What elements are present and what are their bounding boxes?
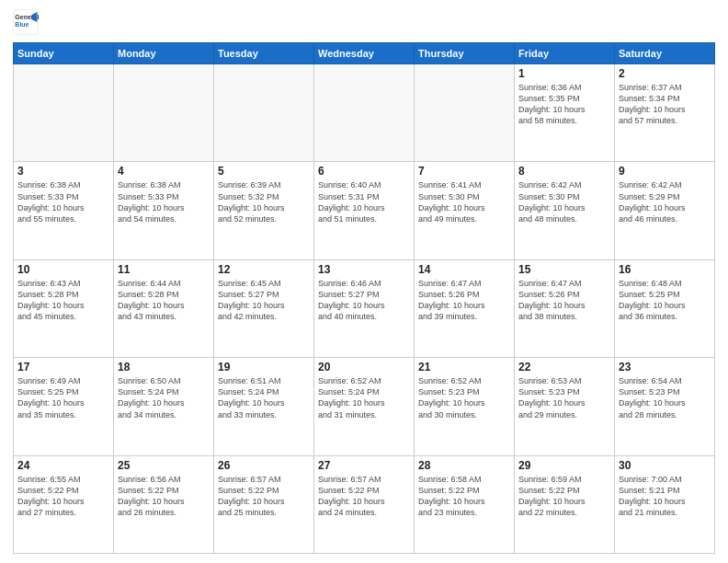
weekday-monday: Monday (114, 43, 214, 64)
cell-info: Sunrise: 6:44 AM Sunset: 5:28 PM Dayligh… (118, 278, 210, 323)
calendar-cell: 7Sunrise: 6:41 AM Sunset: 5:30 PM Daylig… (415, 162, 515, 259)
weekday-thursday: Thursday (415, 43, 515, 64)
weekday-sunday: Sunday (14, 43, 114, 64)
calendar-cell (14, 64, 114, 162)
day-number: 4 (118, 165, 210, 178)
cell-info: Sunrise: 6:49 AM Sunset: 5:25 PM Dayligh… (17, 375, 109, 420)
calendar-cell: 2Sunrise: 6:37 AM Sunset: 5:34 PM Daylig… (615, 64, 715, 162)
cell-info: Sunrise: 6:40 AM Sunset: 5:31 PM Dayligh… (318, 179, 410, 224)
header: General Blue (13, 9, 715, 35)
calendar-table: SundayMondayTuesdayWednesdayThursdayFrid… (13, 42, 715, 554)
calendar-cell (415, 64, 515, 162)
cell-info: Sunrise: 6:52 AM Sunset: 5:24 PM Dayligh… (318, 375, 410, 420)
calendar-cell: 4Sunrise: 6:38 AM Sunset: 5:33 PM Daylig… (114, 162, 214, 259)
day-number: 26 (218, 459, 310, 472)
cell-info: Sunrise: 6:52 AM Sunset: 5:23 PM Dayligh… (418, 375, 510, 420)
cell-info: Sunrise: 6:42 AM Sunset: 5:29 PM Dayligh… (619, 179, 711, 224)
day-number: 6 (318, 165, 410, 178)
calendar-cell: 24Sunrise: 6:55 AM Sunset: 5:22 PM Dayli… (14, 455, 114, 553)
day-number: 29 (518, 459, 610, 472)
calendar-cell: 14Sunrise: 6:47 AM Sunset: 5:26 PM Dayli… (415, 259, 515, 357)
day-number: 2 (619, 67, 711, 80)
cell-info: Sunrise: 6:53 AM Sunset: 5:23 PM Dayligh… (518, 375, 610, 420)
cell-info: Sunrise: 6:38 AM Sunset: 5:33 PM Dayligh… (118, 179, 210, 224)
cell-info: Sunrise: 6:46 AM Sunset: 5:27 PM Dayligh… (318, 278, 410, 323)
calendar-cell: 6Sunrise: 6:40 AM Sunset: 5:31 PM Daylig… (314, 162, 415, 259)
week-row-2: 10Sunrise: 6:43 AM Sunset: 5:28 PM Dayli… (14, 259, 715, 357)
calendar-cell: 27Sunrise: 6:57 AM Sunset: 5:22 PM Dayli… (314, 455, 415, 553)
day-number: 16 (619, 263, 711, 276)
calendar-cell: 21Sunrise: 6:52 AM Sunset: 5:23 PM Dayli… (415, 358, 515, 455)
cell-info: Sunrise: 6:47 AM Sunset: 5:26 PM Dayligh… (418, 278, 510, 323)
calendar-cell (214, 64, 314, 162)
calendar-cell: 19Sunrise: 6:51 AM Sunset: 5:24 PM Dayli… (214, 358, 314, 455)
day-number: 30 (619, 459, 711, 472)
calendar-cell: 28Sunrise: 6:58 AM Sunset: 5:22 PM Dayli… (415, 455, 515, 553)
calendar-cell: 17Sunrise: 6:49 AM Sunset: 5:25 PM Dayli… (14, 358, 114, 455)
calendar-cell (114, 64, 214, 162)
cell-info: Sunrise: 6:54 AM Sunset: 5:23 PM Dayligh… (619, 375, 711, 420)
day-number: 3 (17, 165, 109, 178)
calendar-cell: 3Sunrise: 6:38 AM Sunset: 5:33 PM Daylig… (14, 162, 114, 259)
calendar-cell: 23Sunrise: 6:54 AM Sunset: 5:23 PM Dayli… (615, 358, 715, 455)
calendar-cell: 5Sunrise: 6:39 AM Sunset: 5:32 PM Daylig… (214, 162, 314, 259)
day-number: 25 (118, 459, 210, 472)
day-number: 20 (318, 361, 410, 373)
calendar-cell: 30Sunrise: 7:00 AM Sunset: 5:21 PM Dayli… (615, 455, 715, 553)
calendar-cell: 15Sunrise: 6:47 AM Sunset: 5:26 PM Dayli… (515, 259, 615, 357)
day-number: 7 (418, 165, 510, 178)
day-number: 12 (218, 263, 310, 276)
week-row-4: 24Sunrise: 6:55 AM Sunset: 5:22 PM Dayli… (14, 455, 715, 553)
calendar-cell: 20Sunrise: 6:52 AM Sunset: 5:24 PM Dayli… (314, 358, 415, 455)
cell-info: Sunrise: 6:51 AM Sunset: 5:24 PM Dayligh… (218, 375, 310, 420)
calendar-cell: 1Sunrise: 6:36 AM Sunset: 5:35 PM Daylig… (515, 64, 615, 162)
day-number: 24 (17, 459, 109, 472)
logo: General Blue (13, 9, 39, 35)
weekday-saturday: Saturday (615, 43, 715, 64)
logo-icon: General Blue (13, 9, 39, 35)
day-number: 8 (518, 165, 610, 178)
calendar-cell: 12Sunrise: 6:45 AM Sunset: 5:27 PM Dayli… (214, 259, 314, 357)
cell-info: Sunrise: 6:47 AM Sunset: 5:26 PM Dayligh… (518, 278, 610, 323)
cell-info: Sunrise: 6:37 AM Sunset: 5:34 PM Dayligh… (619, 82, 711, 127)
day-number: 13 (318, 263, 410, 276)
day-number: 22 (518, 361, 610, 373)
cell-info: Sunrise: 6:58 AM Sunset: 5:22 PM Dayligh… (418, 474, 510, 519)
day-number: 23 (619, 361, 711, 373)
cell-info: Sunrise: 6:39 AM Sunset: 5:32 PM Dayligh… (218, 179, 310, 224)
week-row-1: 3Sunrise: 6:38 AM Sunset: 5:33 PM Daylig… (14, 162, 715, 259)
cell-info: Sunrise: 6:42 AM Sunset: 5:30 PM Dayligh… (518, 179, 610, 224)
cell-info: Sunrise: 6:38 AM Sunset: 5:33 PM Dayligh… (17, 179, 109, 224)
week-row-3: 17Sunrise: 6:49 AM Sunset: 5:25 PM Dayli… (14, 358, 715, 455)
day-number: 27 (318, 459, 410, 472)
calendar-cell: 18Sunrise: 6:50 AM Sunset: 5:24 PM Dayli… (114, 358, 214, 455)
day-number: 14 (418, 263, 510, 276)
weekday-wednesday: Wednesday (314, 43, 415, 64)
day-number: 5 (218, 165, 310, 178)
cell-info: Sunrise: 6:50 AM Sunset: 5:24 PM Dayligh… (118, 375, 210, 420)
calendar-cell: 13Sunrise: 6:46 AM Sunset: 5:27 PM Dayli… (314, 259, 415, 357)
day-number: 17 (17, 361, 109, 373)
day-number: 9 (619, 165, 711, 178)
calendar-cell: 26Sunrise: 6:57 AM Sunset: 5:22 PM Dayli… (214, 455, 314, 553)
cell-info: Sunrise: 6:45 AM Sunset: 5:27 PM Dayligh… (218, 278, 310, 323)
day-number: 11 (118, 263, 210, 276)
calendar-cell: 11Sunrise: 6:44 AM Sunset: 5:28 PM Dayli… (114, 259, 214, 357)
cell-info: Sunrise: 6:43 AM Sunset: 5:28 PM Dayligh… (17, 278, 109, 323)
calendar-cell: 10Sunrise: 6:43 AM Sunset: 5:28 PM Dayli… (14, 259, 114, 357)
week-row-0: 1Sunrise: 6:36 AM Sunset: 5:35 PM Daylig… (14, 64, 715, 162)
weekday-friday: Friday (515, 43, 615, 64)
day-number: 21 (418, 361, 510, 373)
day-number: 10 (17, 263, 109, 276)
cell-info: Sunrise: 6:48 AM Sunset: 5:25 PM Dayligh… (619, 278, 711, 323)
cell-info: Sunrise: 6:59 AM Sunset: 5:22 PM Dayligh… (518, 474, 610, 519)
calendar-cell: 29Sunrise: 6:59 AM Sunset: 5:22 PM Dayli… (515, 455, 615, 553)
cell-info: Sunrise: 6:57 AM Sunset: 5:22 PM Dayligh… (218, 474, 310, 519)
day-number: 18 (118, 361, 210, 373)
svg-text:Blue: Blue (15, 21, 28, 28)
cell-info: Sunrise: 7:00 AM Sunset: 5:21 PM Dayligh… (619, 474, 711, 519)
day-number: 19 (218, 361, 310, 373)
cell-info: Sunrise: 6:55 AM Sunset: 5:22 PM Dayligh… (17, 474, 109, 519)
calendar-cell (314, 64, 415, 162)
page: General Blue SundayMondayTuesdayWednesda… (0, 0, 728, 563)
